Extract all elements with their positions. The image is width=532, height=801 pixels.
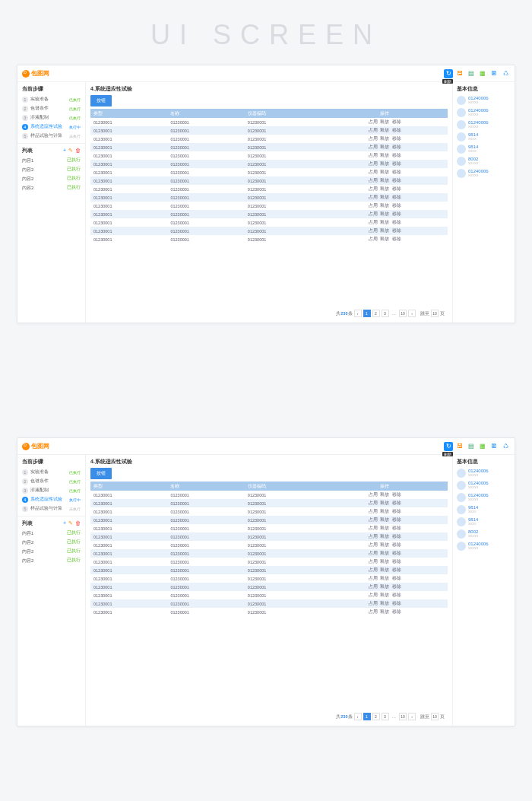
op-occupy[interactable]: 占用	[369, 220, 378, 224]
list-item[interactable]: 内容2已执行	[22, 539, 81, 547]
op-remove[interactable]: 移除	[392, 567, 401, 572]
op-release[interactable]: 释放	[380, 195, 389, 199]
add-icon[interactable]: +	[63, 148, 66, 154]
op-release[interactable]: 释放	[380, 211, 389, 216]
op-remove[interactable]: 移除	[392, 178, 401, 183]
page-1[interactable]: 1	[363, 310, 371, 317]
page-2[interactable]: 2	[372, 310, 380, 317]
op-occupy[interactable]: 占用	[369, 551, 378, 555]
op-remove[interactable]: 移除	[392, 186, 401, 191]
doc-button[interactable]: ▦	[478, 69, 487, 78]
op-remove[interactable]: 移除	[392, 609, 401, 614]
info-item[interactable]: 9814 XXXX	[457, 517, 511, 526]
page-3[interactable]: 3	[382, 310, 389, 317]
file-button[interactable]: 🖹	[489, 69, 499, 78]
op-release[interactable]: 释放	[380, 593, 389, 597]
op-release[interactable]: 释放	[380, 145, 389, 149]
op-release[interactable]: 释放	[380, 509, 389, 513]
info-item[interactable]: 8002 XXXXX	[457, 529, 511, 539]
info-item[interactable]: 9814 XXXX	[457, 505, 511, 514]
step-item[interactable]: 2 色谱条件 已执行	[22, 477, 81, 485]
list-item[interactable]: 内容1已执行	[22, 529, 81, 538]
info-item[interactable]: 01240006 XXXXX	[457, 108, 511, 117]
op-release[interactable]: 释放	[380, 203, 389, 208]
primary-button[interactable]: 按钮	[90, 468, 112, 479]
op-occupy[interactable]: 占用	[369, 186, 378, 191]
op-remove[interactable]: 移除	[392, 119, 401, 124]
op-release[interactable]: 释放	[380, 584, 389, 589]
op-release[interactable]: 释放	[380, 517, 389, 522]
op-remove[interactable]: 移除	[392, 228, 401, 233]
op-release[interactable]: 释放	[380, 186, 389, 191]
op-occupy[interactable]: 占用	[369, 601, 378, 606]
op-release[interactable]: 释放	[380, 136, 389, 141]
step-item[interactable]: 1 实验准备 已执行	[22, 468, 81, 476]
step-item[interactable]: 3 溶液配制 已执行	[22, 113, 81, 122]
info-item[interactable]: 01240006 XXXXX	[457, 169, 511, 178]
op-remove[interactable]: 移除	[392, 170, 401, 174]
op-release[interactable]: 释放	[380, 609, 389, 614]
add-icon[interactable]: +	[63, 520, 66, 526]
op-occupy[interactable]: 占用	[369, 542, 378, 547]
recycle-button[interactable]: ♺	[501, 69, 510, 78]
info-item[interactable]: 9814 XXXX	[457, 145, 511, 154]
op-occupy[interactable]: 占用	[369, 161, 378, 166]
list-item[interactable]: 内容2已执行	[22, 548, 81, 556]
op-release[interactable]: 释放	[380, 559, 389, 564]
op-occupy[interactable]: 占用	[369, 136, 378, 141]
op-release[interactable]: 释放	[380, 576, 389, 580]
op-remove[interactable]: 移除	[392, 517, 401, 522]
refresh-button[interactable]: ↻ 刷新	[444, 442, 453, 451]
op-occupy[interactable]: 占用	[369, 203, 378, 208]
jump-input[interactable]: 10	[431, 310, 439, 317]
op-remove[interactable]: 移除	[392, 145, 401, 149]
op-release[interactable]: 释放	[380, 153, 389, 157]
op-remove[interactable]: 移除	[392, 161, 401, 166]
op-release[interactable]: 释放	[380, 501, 389, 505]
step-item[interactable]: 3 溶液配制 已执行	[22, 486, 81, 494]
page-next[interactable]: ›	[408, 310, 416, 317]
op-remove[interactable]: 移除	[392, 203, 401, 208]
op-remove[interactable]: 移除	[392, 593, 401, 597]
list-item[interactable]: 内容2已执行	[22, 557, 81, 565]
op-release[interactable]: 释放	[380, 542, 389, 547]
op-release[interactable]: 释放	[380, 119, 389, 124]
op-release[interactable]: 释放	[380, 601, 389, 606]
op-occupy[interactable]: 占用	[369, 517, 378, 522]
op-release[interactable]: 释放	[380, 237, 389, 241]
op-occupy[interactable]: 占用	[369, 509, 378, 513]
info-item[interactable]: 01240006 XXXXX	[457, 120, 511, 129]
op-release[interactable]: 释放	[380, 170, 389, 174]
list-item[interactable]: 内容2已执行	[22, 166, 81, 174]
info-item[interactable]: 01240006 XXXXX	[457, 96, 511, 105]
step-item[interactable]: 4 系统适应性试验 执行中	[22, 495, 81, 504]
op-occupy[interactable]: 占用	[369, 237, 378, 241]
op-remove[interactable]: 移除	[392, 542, 401, 547]
check-button[interactable]: ▤	[467, 442, 476, 451]
op-occupy[interactable]: 占用	[369, 228, 378, 233]
op-occupy[interactable]: 占用	[369, 534, 378, 539]
save-button[interactable]: 🖫	[455, 442, 464, 451]
op-remove[interactable]: 移除	[392, 195, 401, 199]
op-release[interactable]: 释放	[380, 492, 389, 497]
op-occupy[interactable]: 占用	[369, 128, 378, 132]
op-occupy[interactable]: 占用	[369, 584, 378, 589]
info-item[interactable]: 01240006 XXXXX	[457, 469, 511, 478]
edit-icon[interactable]: ✎	[68, 148, 73, 154]
op-occupy[interactable]: 占用	[369, 559, 378, 564]
op-release[interactable]: 释放	[380, 551, 389, 555]
edit-icon[interactable]: ✎	[68, 520, 73, 526]
page-3[interactable]: 3	[382, 713, 389, 720]
op-remove[interactable]: 移除	[392, 220, 401, 224]
page-2[interactable]: 2	[372, 713, 380, 720]
step-item[interactable]: 2 色谱条件 已执行	[22, 104, 81, 113]
op-occupy[interactable]: 占用	[369, 526, 378, 530]
check-button[interactable]: ▤	[467, 69, 476, 78]
op-remove[interactable]: 移除	[392, 128, 401, 132]
page-last[interactable]: 10	[399, 310, 407, 317]
op-remove[interactable]: 移除	[392, 509, 401, 513]
op-occupy[interactable]: 占用	[369, 119, 378, 124]
op-remove[interactable]: 移除	[392, 237, 401, 241]
op-remove[interactable]: 移除	[392, 534, 401, 539]
op-occupy[interactable]: 占用	[369, 178, 378, 183]
